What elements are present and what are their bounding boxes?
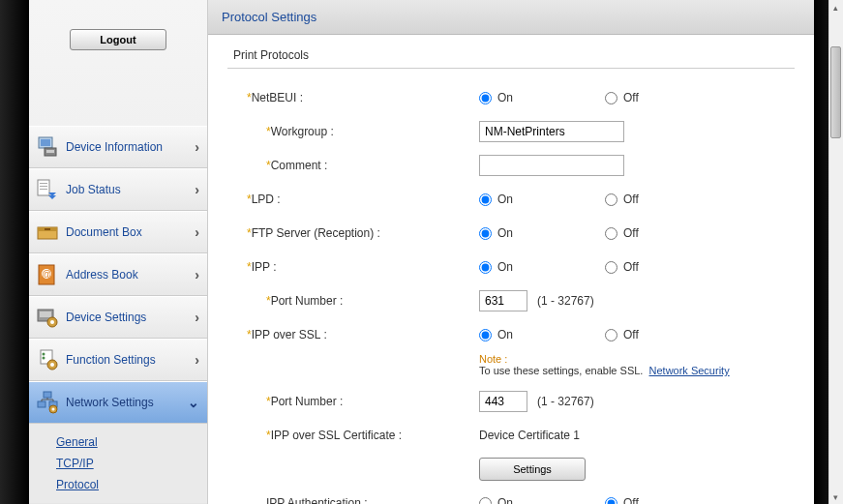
- chevron-down-icon: ⌄: [188, 395, 199, 410]
- chevron-right-icon: ›: [195, 224, 199, 240]
- svg-rect-10: [45, 228, 50, 230]
- cert-settings-button[interactable]: Settings: [479, 458, 586, 481]
- workgroup-label: *Workgroup :: [227, 125, 479, 138]
- svg-rect-23: [44, 392, 51, 398]
- device-settings-icon: [35, 305, 60, 330]
- svg-rect-3: [46, 150, 54, 153]
- function-settings-icon: [35, 347, 60, 372]
- ftp-off-radio[interactable]: [605, 227, 617, 240]
- job-status-icon: [35, 177, 60, 202]
- lpd-on-radio[interactable]: [479, 193, 492, 206]
- svg-point-22: [50, 363, 54, 367]
- subnav-protocol[interactable]: Protocol: [56, 474, 207, 495]
- divider: [227, 68, 795, 69]
- ftp-on-radio[interactable]: [479, 227, 492, 240]
- comment-input[interactable]: [479, 155, 624, 176]
- network-settings-icon: [35, 390, 60, 415]
- svg-rect-5: [40, 183, 47, 184]
- svg-rect-1: [41, 139, 50, 146]
- document-box-icon: [35, 220, 60, 245]
- chevron-right-icon: ›: [195, 310, 199, 325]
- lpd-label: *LPD :: [227, 193, 479, 206]
- svg-point-20: [43, 357, 45, 360]
- ipp-label: *IPP :: [227, 260, 479, 274]
- svg-text:@: @: [42, 269, 51, 280]
- nav-device-settings[interactable]: Device Settings ›: [29, 296, 207, 339]
- cert-value: Device Certificate 1: [479, 429, 580, 442]
- svg-rect-6: [40, 186, 47, 187]
- workgroup-input[interactable]: [479, 121, 624, 142]
- subnav-general[interactable]: General: [56, 431, 207, 453]
- ippssl-port-input[interactable]: [479, 391, 527, 412]
- scroll-up-icon[interactable]: ▴: [828, 0, 843, 15]
- ipp-off-radio[interactable]: [605, 261, 617, 274]
- netbeui-off-radio[interactable]: [605, 92, 617, 104]
- ippssl-label: *IPP over SSL :: [227, 328, 479, 341]
- page-title: Protocol Settings: [222, 10, 316, 24]
- nav-label: Device Settings: [66, 311, 195, 324]
- ippauth-label: IPP Authentication :: [227, 496, 479, 504]
- port2-label: *Port Number :: [227, 395, 479, 408]
- svg-rect-24: [38, 401, 45, 407]
- nav-label: Job Status: [66, 183, 195, 196]
- svg-point-31: [52, 408, 55, 411]
- scrollbar-thumb[interactable]: [830, 46, 841, 138]
- nav-document-box[interactable]: Document Box ›: [29, 211, 207, 253]
- nav-label: Function Settings: [66, 353, 195, 367]
- scrollbar[interactable]: ▴ ▾: [828, 0, 843, 504]
- netbeui-on-radio[interactable]: [479, 92, 492, 104]
- logout-button[interactable]: Logout: [70, 29, 166, 50]
- nav-job-status[interactable]: Job Status ›: [29, 168, 207, 211]
- nav-network-settings[interactable]: Network Settings ⌄: [29, 381, 207, 424]
- port1-label: *Port Number :: [227, 294, 479, 308]
- cert-label: *IPP over SSL Certificate :: [227, 429, 479, 442]
- subnav-tcpip[interactable]: TCP/IP: [56, 453, 207, 474]
- svg-rect-4: [38, 180, 49, 195]
- netbeui-label: *NetBEUI :: [227, 91, 479, 104]
- comment-label: *Comment :: [227, 159, 479, 172]
- nav-label: Device Information: [66, 140, 195, 154]
- svg-point-17: [50, 320, 54, 324]
- content-area: Protocol Settings Print Protocols *NetBE…: [208, 0, 814, 504]
- ssl-note: Note : To use these settings, enable SSL…: [227, 353, 795, 376]
- chevron-right-icon: ›: [195, 267, 199, 282]
- sidebar: Logout Device Information › Job Status ›: [29, 0, 208, 504]
- content-header: Protocol Settings: [208, 0, 814, 35]
- port-hint: (1 - 32767): [537, 395, 594, 408]
- chevron-right-icon: ›: [195, 352, 199, 368]
- nav-label: Document Box: [66, 225, 195, 239]
- section-title: Print Protocols: [227, 48, 795, 62]
- device-info-icon: [35, 134, 60, 160]
- nav-address-book[interactable]: @ Address Book ›: [29, 253, 207, 296]
- ippssl-off-radio[interactable]: [605, 329, 617, 341]
- svg-rect-15: [40, 311, 51, 317]
- sub-nav: General TCP/IP Protocol: [29, 424, 207, 503]
- address-book-icon: @: [35, 262, 60, 287]
- port-hint: (1 - 32767): [537, 294, 594, 308]
- chevron-right-icon: ›: [195, 139, 199, 155]
- lpd-off-radio[interactable]: [605, 193, 617, 206]
- nav-device-information[interactable]: Device Information ›: [29, 126, 207, 168]
- ippauth-off-radio[interactable]: [605, 497, 617, 505]
- ftp-label: *FTP Server (Reception) :: [227, 226, 479, 240]
- chevron-right-icon: ›: [195, 182, 199, 197]
- svg-point-19: [43, 353, 45, 356]
- nav-label: Address Book: [66, 268, 195, 282]
- ipp-on-radio[interactable]: [479, 261, 492, 274]
- network-security-link[interactable]: Network Security: [649, 365, 730, 376]
- nav-function-settings[interactable]: Function Settings ›: [29, 339, 207, 381]
- ipp-port-input[interactable]: [479, 290, 527, 311]
- ippssl-on-radio[interactable]: [479, 329, 492, 341]
- scroll-down-icon[interactable]: ▾: [828, 489, 843, 504]
- svg-rect-7: [40, 189, 47, 190]
- ippauth-on-radio[interactable]: [479, 497, 492, 505]
- nav-label: Network Settings: [66, 396, 188, 409]
